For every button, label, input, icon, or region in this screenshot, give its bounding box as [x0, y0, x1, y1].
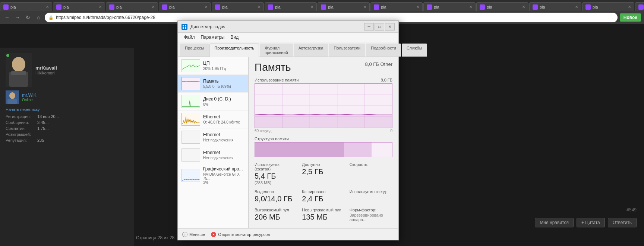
tab-app-history[interactable]: Журнал приложений [260, 44, 293, 57]
stat-cached-label: Кэшировано [302, 189, 345, 194]
user-avatar [6, 53, 32, 87]
tab-favicon-1 [3, 4, 9, 10]
resource-memory[interactable]: Память 5,5/8,0 ГБ (69%) [178, 75, 248, 93]
tab-close-6[interactable]: ✕ [309, 5, 313, 9]
tab-close-2[interactable]: ✕ [97, 5, 102, 9]
tab-label-6: pla [275, 5, 281, 9]
tab-close-8[interactable]: ✕ [415, 5, 419, 9]
resource-ethernet-inactive1[interactable]: Ethernet Нет подключения [178, 128, 248, 146]
reply-button[interactable]: Ответить [608, 218, 637, 227]
resource-list: ЦП 20% 1,95 ГГц Память 5,5/8,0 ГБ (69%) [178, 57, 249, 228]
online-indicator [6, 54, 9, 57]
tab-close-3[interactable]: ✕ [150, 5, 155, 9]
tab-1[interactable]: pla ✕ [0, 2, 52, 11]
tab-favicon-7 [321, 4, 326, 10]
tab-performance[interactable]: Производительность [209, 44, 259, 57]
tab-3[interactable]: pla ✕ [106, 2, 158, 11]
struct-used [255, 143, 344, 157]
detail-subtitle: 8,0 ГБ Other [365, 61, 392, 67]
tab-10[interactable]: pla ✕ [476, 2, 528, 11]
tab-close-11[interactable]: ✕ [574, 5, 578, 9]
tab-6[interactable]: pla ✕ [265, 2, 317, 11]
struct-free [372, 143, 392, 157]
close-button[interactable]: ✕ [385, 23, 395, 31]
tab-services[interactable]: Службы [402, 44, 427, 57]
quote-button[interactable]: + Цитата [577, 218, 605, 227]
stat-available-label: Доступно [302, 162, 345, 167]
tab-favicon-4 [162, 4, 167, 10]
tab-close-5[interactable]: ✕ [256, 5, 261, 9]
chart-label: Использование памяти [255, 78, 299, 82]
username: mrKawaii [35, 65, 57, 71]
tab-favicon-13 [638, 4, 644, 10]
struct-cached [344, 143, 372, 157]
back-button[interactable]: ← [3, 13, 11, 22]
tab-favicon-6 [268, 4, 273, 10]
tab-close-4[interactable]: ✕ [203, 5, 208, 9]
tab-2[interactable]: pla ✕ [53, 2, 105, 11]
detail-title: Память [255, 61, 291, 73]
tab-label-7: pla [328, 5, 334, 9]
menu-params[interactable]: Параметры [198, 33, 228, 41]
tab-startup[interactable]: Автозагрузка [294, 44, 328, 57]
forward-button[interactable]: → [13, 13, 22, 22]
stat-formfactor: Форм-фактор: Зарезервировано аппара... [350, 208, 392, 222]
new-button[interactable]: Новое [620, 13, 641, 22]
disk-info: Диск 0 (C: D:) 0% [203, 96, 244, 106]
tab-11[interactable]: pla ✕ [529, 2, 581, 11]
tab-bar: pla ✕ pla ✕ pla ✕ pla ✕ pla ✕ pla ✕ [0, 0, 644, 11]
stat-allocated: Выделено 9,0/14,0 ГБ [255, 189, 297, 203]
start-contact-link[interactable]: Начать переписку [6, 107, 40, 112]
monitor-icon: ● [211, 232, 216, 237]
tab-7[interactable]: pla ✕ [318, 2, 370, 11]
svg-rect-6 [7, 99, 17, 104]
gpu-info: Графический про... NVIDIA GeForce GTX 75… [203, 166, 244, 185]
tab-4[interactable]: pla ✕ [159, 2, 211, 11]
tab-label-11: pla [540, 5, 545, 9]
user2-area: mr.WiK Online [6, 90, 128, 104]
resource-gpu[interactable]: Графический про... NVIDIA GeForce GTX 75… [178, 164, 248, 187]
tab-label-3: pla [116, 5, 122, 9]
tab-close-10[interactable]: ✕ [521, 5, 525, 9]
tab-12[interactable]: pla ✕ [582, 2, 634, 11]
tab-8[interactable]: pla ✕ [370, 2, 423, 11]
minimize-button[interactable]: ─ [364, 23, 374, 31]
tab-users[interactable]: Пользователи [329, 44, 365, 57]
user2-status: Online [22, 98, 37, 102]
resource-ethernet-active[interactable]: Ethernet О: 40,0 П: 24,0 кбит/с [178, 111, 248, 128]
tab-close-12[interactable]: ✕ [626, 5, 631, 9]
resource-cpu[interactable]: ЦП 20% 1,95 ГГц [178, 57, 248, 75]
stat-slots-label: Используемо гнезд: [350, 189, 392, 194]
tab-label-9: pla [434, 5, 439, 9]
tab-13[interactable]: pla ✕ [635, 2, 644, 11]
tab-favicon-5 [215, 4, 220, 10]
tab-processes[interactable]: Процессы [180, 44, 209, 57]
menu-view[interactable]: Вид [227, 33, 242, 41]
like-button[interactable]: Мне нравится [535, 218, 574, 227]
menu-file[interactable]: Файл [181, 33, 198, 41]
tab-close-9[interactable]: ✕ [468, 5, 472, 9]
chart-max: 8,0 ГБ [381, 78, 392, 82]
refresh-button[interactable]: ↻ [24, 13, 32, 22]
chart-footer: 60 секунд 0 [255, 129, 392, 133]
ethernet-active-info: Ethernet О: 40,0 П: 24,0 кбит/с [203, 114, 244, 124]
cpu-name: ЦП [203, 61, 244, 66]
tab-details[interactable]: Подробности [366, 44, 401, 57]
less-button[interactable]: ↑ Меньше [182, 232, 205, 237]
stat-cached-value: 2,4 ГБ [302, 195, 345, 203]
ethernet-inactive1-info: Ethernet Нет подключения [203, 132, 244, 142]
resource-ethernet-inactive2[interactable]: Ethernet Нет подключения [178, 146, 248, 164]
tab-close-1[interactable]: ✕ [44, 5, 49, 9]
tab-9[interactable]: pla ✕ [423, 2, 476, 11]
tab-5[interactable]: pla ✕ [212, 2, 264, 11]
maximize-button[interactable]: □ [375, 23, 384, 31]
home-button[interactable]: ⌂ [34, 13, 42, 22]
stat-available: Доступно 2,5 ГБ [302, 162, 345, 185]
resource-disk[interactable]: Диск 0 (C: D:) 0% [178, 93, 248, 111]
cpu-sub: 20% 1,95 ГГц [203, 67, 244, 71]
svg-point-1 [12, 57, 25, 72]
tab-close-7[interactable]: ✕ [362, 5, 366, 9]
disk-name: Диск 0 (C: D:) [203, 96, 244, 102]
monitor-button[interactable]: ● Открыть монитор ресурсов [211, 232, 270, 237]
chart-min: 0 [390, 129, 392, 133]
